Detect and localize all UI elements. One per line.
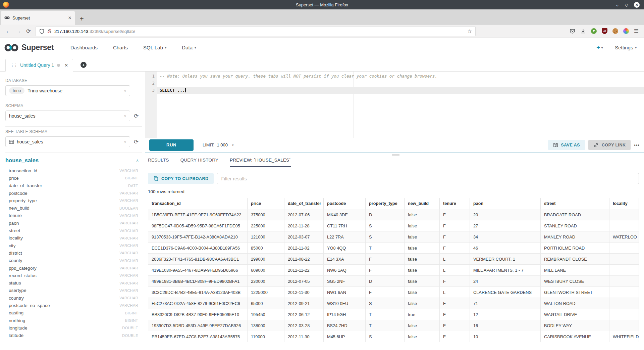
column-header-street[interactable]: street [541,198,609,209]
table-cell: REMBRANDT CLOSE [541,254,609,265]
column-item[interactable]: eastingBIGINT [5,309,142,317]
reload-icon[interactable]: ⟳ [23,28,34,34]
settings-menu[interactable]: Settings ▾ [615,45,637,50]
add-query-tab-icon[interactable]: + [80,62,87,68]
save-as-button[interactable]: SAVE AS [548,140,585,150]
editor-line[interactable]: SELECT ... [157,87,644,94]
downloads-icon[interactable] [580,28,586,34]
nav-item-sql-lab[interactable]: SQL Lab▾ [143,45,166,50]
column-header-postcode[interactable]: postcode [324,198,366,209]
pane-splitter[interactable] [145,153,644,157]
column-item[interactable]: streetVARCHAR [5,227,142,234]
column-header-locality[interactable]: locality [609,198,639,209]
nav-item-charts[interactable]: Charts [113,45,128,50]
refresh-tables-icon[interactable]: ⟳ [134,139,139,145]
editor-body[interactable]: -- Note: Unless you save your query, the… [157,72,644,138]
url-bar[interactable]: 217.160.120.143:32393/superset/sqllab/ ☆ [36,26,476,36]
browser-tab[interactable]: Superset ✕ [1,11,75,25]
table-cell: WALTON ROAD [541,298,609,309]
column-item[interactable]: tenureVARCHAR [5,212,142,219]
column-item[interactable]: longitudeDOUBLE [5,324,142,332]
column-item[interactable]: priceBIGINT [5,174,142,182]
column-item[interactable]: statusVARCHAR [5,279,142,287]
copy-link-button[interactable]: COPY LINK [588,140,631,150]
insecure-lock-icon[interactable] [47,29,52,34]
column-item[interactable]: property_typeVARCHAR [5,197,142,204]
table-cell: MILL LANE [541,265,609,276]
column-header-date_of_transfer[interactable]: date_of_transfer [284,198,324,209]
privacy-badger-icon[interactable] [591,28,597,34]
refresh-schemas-icon[interactable]: ⟳ [134,113,139,119]
window-maximize-icon[interactable]: ◇ [625,3,628,7]
results-tab-results[interactable]: RESULTS [148,158,169,167]
run-button[interactable]: RUN [149,139,194,151]
column-item[interactable]: postcode_no_spaceVARCHAR [5,302,142,309]
shield-icon[interactable] [39,29,44,34]
results-tab-preview[interactable]: PREVIEW: `HOUSE_SALES` [230,158,291,167]
filter-results-input[interactable] [217,173,639,184]
chevron-up-icon[interactable]: ∧ [136,158,139,163]
bookmark-star-icon[interactable]: ☆ [468,28,472,34]
more-options-icon[interactable]: ••• [634,142,640,147]
database-select[interactable]: trino Trino warehouse ∨ [5,85,130,96]
table-cell: 119000 [248,331,284,342]
window-close-icon[interactable]: ✕ [634,2,640,8]
table-cell: S [366,331,405,342]
column-item[interactable]: date_of_transferDATE [5,182,142,189]
column-header-new_build[interactable]: new_build [405,198,440,209]
column-item[interactable]: usertypeVARCHAR [5,287,142,294]
editor-line[interactable]: -- Note: Unless you save your query, the… [157,73,644,80]
ublock-origin-icon[interactable]: uO [602,28,607,34]
column-item[interactable]: cityVARCHAR [5,242,142,249]
cookie-extension-icon[interactable] [612,28,618,34]
column-item[interactable]: transaction_idVARCHAR [5,167,142,174]
column-header-property_type[interactable]: property_type [366,198,405,209]
table-cell: false [405,265,440,276]
window-minimize-icon[interactable]: ⌄ [615,3,619,7]
column-item[interactable]: countyVARCHAR [5,257,142,264]
column-type: BIGINT [125,176,138,180]
pocket-icon[interactable] [570,28,575,34]
splitter-grip-icon[interactable] [392,154,399,156]
column-header-tenure[interactable]: tenure [440,198,470,209]
column-item[interactable]: districtVARCHAR [5,249,142,257]
column-header-price[interactable]: price [248,198,284,209]
column-item[interactable]: localityVARCHAR [5,234,142,242]
table-cell: 2012-07-05 [284,276,324,287]
table-cell: F [440,220,470,231]
extension-pinwheel-icon[interactable] [623,28,629,34]
table-name-heading[interactable]: house_sales [5,157,39,164]
column-header-transaction_id[interactable]: transaction_id [148,198,248,209]
results-toolbar: COPY TO CLIPBOARD [148,173,639,184]
query-tab-close-icon[interactable]: ✕ [64,63,68,68]
superset-brand[interactable]: Superset [4,43,54,52]
limit-dropdown[interactable]: LIMIT: 1 000 ▾ [203,142,233,147]
editor-line[interactable] [157,80,644,87]
tab-close-icon[interactable]: ✕ [68,15,71,20]
column-header-paon[interactable]: paon [470,198,541,209]
nav-item-dashboards[interactable]: Dashboards [70,45,98,50]
column-item[interactable]: northingBIGINT [5,317,142,324]
back-icon[interactable]: ← [3,28,13,34]
column-item[interactable]: new_buildBOOLEAN [5,204,142,212]
menu-icon[interactable]: ☰ [634,28,639,34]
results-header-row: transaction_idpricedate_of_transferpostc… [148,198,639,209]
column-item[interactable]: record_statusVARCHAR [5,272,142,279]
nav-item-data[interactable]: Data▾ [182,45,196,50]
new-tab-icon[interactable]: + [80,15,84,22]
schema-select[interactable]: house_sales ∨ [5,111,130,121]
sql-editor[interactable]: 123 -- Note: Unless you save your query,… [145,72,644,138]
column-item[interactable]: postcodeVARCHAR [5,189,142,197]
results-tab-query-history[interactable]: QUERY HISTORY [180,158,218,167]
copy-to-clipboard-button[interactable]: COPY TO CLIPBOARD [148,173,214,184]
column-item[interactable]: countryVARCHAR [5,294,142,302]
forward-icon[interactable]: → [13,28,23,34]
column-item[interactable]: latitudeDOUBLE [5,332,142,339]
add-new-button[interactable]: + ▾ [596,44,603,51]
drag-grip-icon[interactable]: ⋮⋮ [10,63,17,68]
column-item[interactable]: ppd_categoryVARCHAR [5,264,142,272]
table-select[interactable]: house_sales ∨ [5,136,130,147]
column-item[interactable]: paonVARCHAR [5,219,142,227]
query-tab[interactable]: ⋮⋮ Untitled Query 1 ✕ [5,59,73,72]
chevron-down-icon: ∨ [124,140,126,144]
